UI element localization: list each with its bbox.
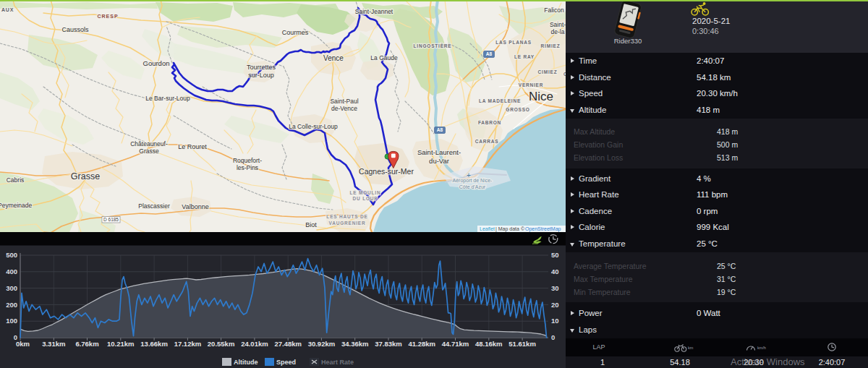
svg-text:Côte d'Azur: Côte d'Azur <box>459 184 486 189</box>
svg-text:CIMIEZ: CIMIEZ <box>538 69 558 74</box>
svg-text:Falicon: Falicon <box>544 7 564 14</box>
svg-text:de-la: de-la <box>551 28 565 35</box>
svg-text:Gourdon: Gourdon <box>143 59 170 67</box>
svg-text:Cabris: Cabris <box>7 176 25 184</box>
svg-text:Aéroport de Nice-: Aéroport de Nice- <box>453 178 493 184</box>
svg-text:Saint-: Saint- <box>550 21 566 28</box>
svg-text:500: 500 <box>6 251 17 259</box>
svg-text:GROSSO: GROSSO <box>506 107 529 112</box>
svg-text:A8: A8 <box>437 127 443 132</box>
svg-text:CARRAS: CARRAS <box>475 139 499 144</box>
svg-text:La Gaude: La Gaude <box>370 54 398 61</box>
svg-text:du-Var: du-Var <box>429 157 449 165</box>
svg-text:Saint-Laurent-: Saint-Laurent- <box>417 148 461 156</box>
svg-text:50: 50 <box>551 251 559 259</box>
svg-text:40: 40 <box>551 268 559 275</box>
svg-text:Le Bar-sur-Loup: Le Bar-sur-Loup <box>145 95 190 102</box>
svg-text:La Colle-sur-Loup: La Colle-sur-Loup <box>289 123 338 130</box>
svg-text:| Map data ©: | Map data © <box>495 226 525 232</box>
svg-text:Vence: Vence <box>323 54 344 62</box>
svg-text:LA MADELEINE: LA MADELEINE <box>479 98 521 103</box>
svg-text:Châteauneuf-: Châteauneuf- <box>130 140 168 147</box>
svg-text:30.92km: 30.92km <box>308 340 336 348</box>
svg-text:27.48km: 27.48km <box>274 340 302 348</box>
svg-text:VERNIER: VERNIER <box>519 82 544 87</box>
svg-text:Valbonne: Valbonne <box>182 203 208 210</box>
svg-text:48.16km: 48.16km <box>475 340 503 348</box>
svg-text:RIMIEZ: RIMIEZ <box>541 43 561 48</box>
svg-text:Grasse: Grasse <box>71 171 100 181</box>
svg-text:Peymeinade: Peymeinade <box>0 202 33 209</box>
svg-text:les-Pins: les-Pins <box>237 164 258 171</box>
svg-text:LINGOSTIÈRE: LINGOSTIÈRE <box>414 43 452 48</box>
svg-text:400: 400 <box>6 268 17 275</box>
svg-text:Cagnes-sur-Mer: Cagnes-sur-Mer <box>359 167 414 176</box>
svg-text:3.31km: 3.31km <box>42 340 65 348</box>
svg-text:Heart Rate: Heart Rate <box>321 359 354 366</box>
svg-text:37.83km: 37.83km <box>375 340 402 348</box>
svg-text:30: 30 <box>551 284 559 292</box>
svg-text:km: km <box>688 346 694 350</box>
svg-text:Roquefort-: Roquefort- <box>233 157 262 164</box>
svg-text:10: 10 <box>551 317 559 325</box>
svg-text:LES HAUTS DE: LES HAUTS DE <box>326 214 367 219</box>
svg-text:Biot: Biot <box>305 221 317 228</box>
svg-text:Tourrettes: Tourrettes <box>247 64 276 71</box>
svg-text:OpenStreetMap: OpenStreetMap <box>525 226 561 232</box>
svg-text:100: 100 <box>6 317 17 325</box>
svg-text:10.21km: 10.21km <box>107 340 135 348</box>
svg-text:Grasse: Grasse <box>139 147 159 155</box>
svg-text:LE MOULIN: LE MOULIN <box>350 190 381 195</box>
svg-text:34.36km: 34.36km <box>341 340 369 348</box>
svg-text:LE RAY: LE RAY <box>514 54 535 59</box>
svg-text:DU LOUP: DU LOUP <box>353 196 378 201</box>
svg-text:200: 200 <box>6 301 17 309</box>
svg-text:300: 300 <box>6 284 17 292</box>
svg-text:km/h: km/h <box>757 346 766 350</box>
svg-text:Caussols: Caussols <box>61 26 89 33</box>
svg-text:Saint-Jeannet: Saint-Jeannet <box>355 8 393 15</box>
svg-text:51.61km: 51.61km <box>509 340 536 348</box>
svg-text:24.01km: 24.01km <box>241 340 268 348</box>
svg-text:Altitude: Altitude <box>234 359 258 366</box>
svg-text:Leaflet: Leaflet <box>480 226 495 231</box>
svg-text:0km: 0km <box>16 340 30 348</box>
svg-text:17.12km: 17.12km <box>174 340 202 348</box>
svg-text:0: 0 <box>551 333 555 341</box>
svg-text:+: + <box>467 171 471 179</box>
svg-text:20.55km: 20.55km <box>208 340 235 348</box>
svg-text:Le Rouret: Le Rouret <box>178 143 207 150</box>
svg-text:sur-Loup: sur-Loup <box>248 72 274 79</box>
svg-text:Nice: Nice <box>529 90 553 103</box>
svg-text:44.71km: 44.71km <box>442 340 469 348</box>
svg-text:Saint-Paul: Saint-Paul <box>330 98 358 105</box>
svg-text:AUX: AUX <box>1 7 14 12</box>
svg-text:VAUGRENIER: VAUGRENIER <box>329 221 366 226</box>
svg-text:A8: A8 <box>486 51 493 56</box>
svg-text:de-Vence: de-Vence <box>331 105 357 112</box>
svg-text:FABRON: FABRON <box>478 120 501 125</box>
svg-text:13.66km: 13.66km <box>140 340 168 348</box>
svg-text:CRESP: CRESP <box>97 14 118 19</box>
svg-text:D 6185: D 6185 <box>103 217 119 222</box>
svg-text:Speed: Speed <box>276 359 296 366</box>
svg-text:20: 20 <box>551 301 559 309</box>
svg-text:41.28km: 41.28km <box>408 340 435 348</box>
svg-text:6.76km: 6.76km <box>75 340 98 348</box>
svg-text:Plascassier: Plascassier <box>138 202 170 210</box>
svg-text:Courmes: Courmes <box>282 29 309 36</box>
svg-text:LAS PLANAS: LAS PLANAS <box>495 40 532 45</box>
